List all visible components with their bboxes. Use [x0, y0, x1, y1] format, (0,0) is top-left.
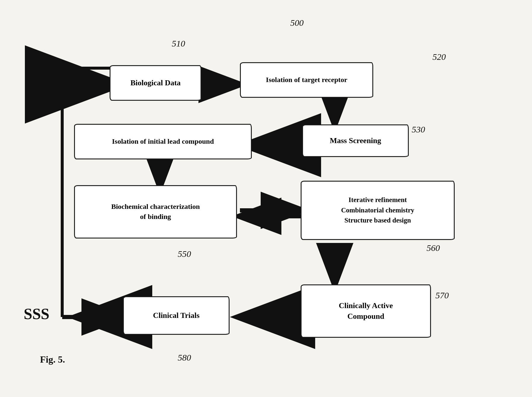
box-clinical-trials: Clinical Trials — [123, 296, 230, 335]
label-570: 570 — [435, 290, 449, 300]
label-580: 580 — [178, 353, 191, 363]
label-500: 500 — [290, 18, 304, 28]
box-iterative: Iterative refinementCombinatorial chemis… — [301, 181, 455, 240]
label-540: 540 — [39, 86, 52, 96]
label-550: 550 — [178, 249, 191, 259]
label-sss: SSS — [24, 305, 49, 323]
box-biological-data: Biological Data — [110, 65, 201, 101]
box-isolation-receptor: Isolation of target receptor — [240, 62, 373, 98]
box-mass-screening: Mass Screening — [302, 124, 409, 157]
box-clinically-active: Clinically ActiveCompound — [301, 284, 431, 338]
diagram-container: 500 510 520 530 540 550 560 570 580 SSS … — [0, 0, 532, 397]
box-isolation-lead: Isolation of initial lead compound — [74, 124, 252, 159]
fig-caption: Fig. 5. — [40, 354, 65, 365]
label-530: 530 — [412, 124, 425, 135]
label-520: 520 — [432, 52, 446, 62]
box-biochemical: Biochemical characterizationof binding — [74, 185, 237, 238]
label-560: 560 — [427, 243, 440, 253]
label-510: 510 — [172, 39, 185, 49]
